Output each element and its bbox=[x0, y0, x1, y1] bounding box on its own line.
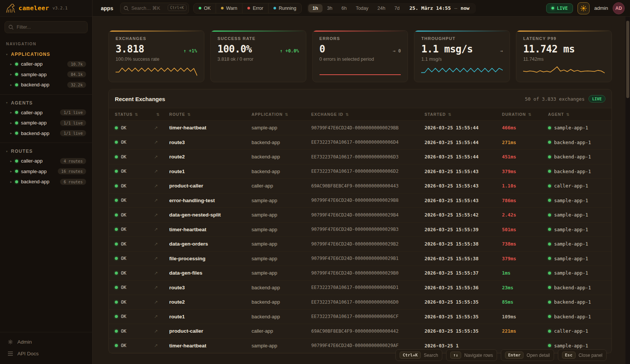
stat-subtitle: 100.0% success rate bbox=[116, 57, 197, 62]
expand-caret-icon[interactable]: ▸ bbox=[10, 131, 12, 135]
sidebar-item[interactable]: ▸ backend-app 32.2k bbox=[4, 80, 88, 90]
table-body: OK ↗ timer-heartbeat sample-app 90799F47… bbox=[109, 121, 611, 353]
expand-caret-icon[interactable]: ▸ bbox=[10, 169, 12, 173]
status-filter-chip[interactable]: Running bbox=[268, 3, 301, 13]
table-row[interactable]: OK ↗ route2 backend-app EE7322370A10617-… bbox=[109, 150, 611, 164]
open-trace-icon[interactable]: ↗ bbox=[154, 227, 169, 232]
column-header[interactable]: EXCHANGE ID ⇅ bbox=[311, 112, 425, 117]
status-cell: OK bbox=[115, 256, 154, 261]
sort-icon[interactable]: ⇅ bbox=[187, 112, 191, 117]
open-trace-icon[interactable]: ↗ bbox=[154, 183, 169, 189]
open-trace-icon[interactable]: ↗ bbox=[154, 169, 169, 174]
open-trace-icon[interactable]: ↗ bbox=[154, 314, 169, 319]
expand-caret-icon[interactable]: ▸ bbox=[10, 180, 12, 184]
agent-label: backend-app-1 bbox=[554, 285, 591, 290]
open-trace-icon[interactable]: ↗ bbox=[154, 270, 169, 276]
section-agents[interactable]: ▾ AGENTS bbox=[4, 98, 88, 108]
status-filter-chip[interactable]: OK bbox=[194, 3, 216, 13]
time-range-button[interactable]: 7d bbox=[390, 4, 404, 12]
table-row[interactable]: OK ↗ product-caller caller-app 69AC90BF8… bbox=[109, 179, 611, 194]
sidebar-item[interactable]: ▸ caller-app 1/1 live bbox=[4, 108, 88, 118]
open-trace-icon[interactable]: ↗ bbox=[154, 125, 169, 131]
sidebar-item[interactable]: ▸ caller-app 10.7k bbox=[4, 59, 88, 69]
sidebar-item-admin[interactable]: Admin bbox=[0, 336, 92, 348]
table-row[interactable]: OK ↗ route1 backend-app EE7322370A10617-… bbox=[109, 164, 611, 179]
sidebar-item[interactable]: ▸ backend-app 1/1 live bbox=[4, 128, 88, 139]
section-applications[interactable]: ▾ APPLICATIONS bbox=[4, 49, 88, 59]
table-row[interactable]: OK ↗ route3 backend-app EE7322370A10617-… bbox=[109, 281, 611, 295]
theme-toggle-button[interactable] bbox=[578, 2, 590, 14]
column-header[interactable]: ROUTE ⇅ bbox=[169, 112, 252, 117]
sort-icon[interactable]: ⇅ bbox=[346, 112, 349, 117]
sidebar-item[interactable]: ▸ caller-app 4 routes bbox=[4, 156, 88, 166]
sort-icon[interactable]: ⇅ bbox=[528, 112, 531, 117]
open-trace-icon[interactable]: ↗ bbox=[154, 285, 169, 290]
open-trace-icon[interactable]: ↗ bbox=[154, 299, 169, 305]
avatar[interactable]: AD bbox=[613, 2, 625, 14]
table-row[interactable]: OK ↗ route2 backend-app EE7322370A10617-… bbox=[109, 295, 611, 310]
open-trace-icon[interactable]: ↗ bbox=[154, 140, 169, 145]
sort-icon[interactable]: ⇅ bbox=[566, 112, 570, 117]
column-header[interactable]: STATUS ⇅ bbox=[115, 112, 154, 117]
scrollbar-track[interactable] bbox=[625, 17, 630, 364]
status-filter-chip[interactable]: Error bbox=[242, 3, 268, 13]
stat-card: ERRORS 0 → 0 0 errors in selected period bbox=[312, 30, 408, 82]
expand-caret-icon[interactable]: ▸ bbox=[10, 159, 12, 163]
agent-status-dot bbox=[548, 272, 551, 275]
open-trace-icon[interactable]: ↗ bbox=[154, 343, 169, 348]
sort-icon[interactable]: ⇅ bbox=[285, 112, 289, 117]
table-row[interactable]: OK ↗ route3 backend-app EE7322370A10617-… bbox=[109, 135, 611, 150]
time-range-button[interactable]: Today bbox=[351, 4, 373, 12]
column-header[interactable]: APPLICATION ⇅ bbox=[252, 112, 311, 117]
open-trace-icon[interactable]: ↗ bbox=[154, 329, 169, 334]
sort-icon[interactable]: ⇅ bbox=[156, 112, 160, 117]
filter-input[interactable] bbox=[5, 21, 88, 33]
sidebar-item[interactable]: ▸ sample-app 1/1 live bbox=[4, 118, 88, 128]
expand-caret-icon[interactable]: ▸ bbox=[10, 121, 12, 125]
expand-caret-icon[interactable]: ▸ bbox=[10, 83, 12, 87]
column-label: EXCHANGE ID bbox=[311, 112, 343, 117]
column-label: APPLICATION bbox=[252, 112, 283, 117]
expand-caret-icon[interactable]: ▸ bbox=[10, 111, 12, 114]
expand-caret-icon[interactable]: ▸ bbox=[10, 62, 12, 66]
sidebar-item[interactable]: ▸ sample-app 84.1k bbox=[4, 69, 88, 80]
status-filter-chip[interactable]: Warn bbox=[216, 3, 242, 13]
time-range-button[interactable]: 1h bbox=[308, 4, 323, 12]
table-row[interactable]: OK ↗ timer-heartbeat sample-app 90799F47… bbox=[109, 223, 611, 237]
column-header[interactable]: DURATION ⇅ bbox=[502, 112, 548, 117]
table-row[interactable]: OK ↗ error-handling-test sample-app 9079… bbox=[109, 194, 611, 208]
table-row[interactable]: OK ↗ timer-heartbeat sample-app 90799F47… bbox=[109, 121, 611, 135]
chevron-down-icon: ▾ bbox=[6, 150, 8, 153]
sidebar-item[interactable]: ▸ sample-app 16 routes bbox=[4, 166, 88, 177]
time-range-button[interactable]: 24h bbox=[373, 4, 390, 12]
status-filter-group: OK Warn Error Running bbox=[193, 3, 302, 14]
time-range-button[interactable]: 3h bbox=[323, 4, 337, 12]
scrollbar-thumb[interactable] bbox=[626, 21, 629, 98]
table-row[interactable]: OK ↗ data-gen-nested-split sample-app 90… bbox=[109, 208, 611, 223]
status-label: OK bbox=[121, 329, 126, 334]
table-row[interactable]: OK ↗ product-caller caller-app 69AC90BF8… bbox=[109, 324, 611, 339]
status-cell: OK bbox=[115, 140, 154, 145]
table-row[interactable]: OK ↗ data-gen-files sample-app 90799F47E… bbox=[109, 266, 611, 281]
live-toggle[interactable]: LIVE bbox=[546, 3, 573, 13]
table-row[interactable]: OK ↗ data-gen-orders sample-app 90799F47… bbox=[109, 237, 611, 252]
column-header[interactable]: STARTED ⇅ bbox=[425, 112, 502, 117]
application-cell: sample-app bbox=[252, 256, 311, 261]
open-trace-icon[interactable]: ↗ bbox=[154, 198, 169, 203]
sort-icon[interactable]: ⇅ bbox=[135, 112, 138, 117]
section-routes[interactable]: ▾ ROUTES bbox=[4, 146, 88, 156]
expand-caret-icon[interactable]: ▸ bbox=[10, 72, 12, 76]
time-range-button[interactable]: 6h bbox=[337, 4, 351, 12]
open-trace-icon[interactable]: ↗ bbox=[154, 154, 169, 160]
column-header[interactable]: ⇅ bbox=[154, 112, 169, 117]
table-row[interactable]: OK ↗ file-processing sample-app 90799F47… bbox=[109, 252, 611, 266]
table-row[interactable]: OK ↗ route1 backend-app EE7322370A10617-… bbox=[109, 310, 611, 324]
column-header[interactable]: AGENT ⇅ bbox=[548, 112, 611, 117]
exchange-id-cell: 90799F47E6CD24D-00000000000029B1 bbox=[311, 256, 425, 261]
sort-icon[interactable]: ⇅ bbox=[448, 112, 452, 117]
sidebar-item-api-docs[interactable]: API Docs bbox=[0, 348, 92, 359]
open-trace-icon[interactable]: ↗ bbox=[154, 212, 169, 218]
open-trace-icon[interactable]: ↗ bbox=[154, 256, 169, 261]
open-trace-icon[interactable]: ↗ bbox=[154, 241, 169, 247]
sidebar-item[interactable]: ▸ backend-app 6 routes bbox=[4, 177, 88, 187]
